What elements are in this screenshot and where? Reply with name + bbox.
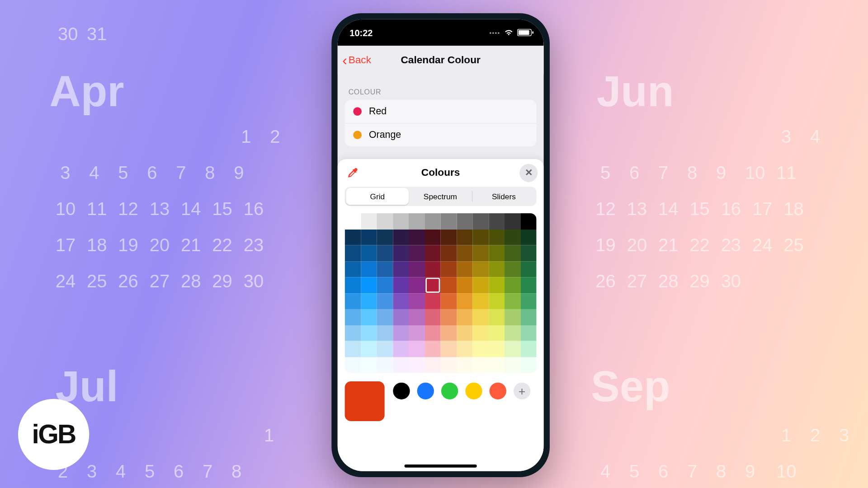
grid-cell[interactable] [472,357,488,373]
grid-cell[interactable] [505,213,520,229]
grid-cell[interactable] [393,341,409,357]
grid-cell[interactable] [393,309,409,325]
grid-cell[interactable] [361,357,377,373]
grid-cell[interactable] [441,341,457,357]
grid-cell[interactable] [361,293,377,309]
grid-cell[interactable] [441,293,457,309]
grid-cell[interactable] [520,341,536,357]
grid-cell[interactable] [520,277,536,293]
grid-cell[interactable] [520,325,536,341]
preset-chip[interactable] [490,383,506,399]
grid-cell[interactable] [425,341,440,357]
grid-cell[interactable] [425,325,440,341]
grid-cell[interactable] [505,245,520,261]
grid-cell[interactable] [505,309,520,325]
grid-cell[interactable] [441,245,457,261]
grid-cell[interactable] [425,213,440,229]
grid-cell[interactable] [409,261,425,277]
grid-cell[interactable] [361,229,377,245]
grid-cell[interactable] [505,325,520,341]
grid-cell[interactable] [377,213,392,229]
grid-cell[interactable] [472,325,488,341]
preset-chip[interactable] [417,383,434,399]
grid-cell[interactable] [409,309,425,325]
grid-cell[interactable] [345,213,361,229]
grid-cell[interactable] [409,341,425,357]
grid-cell[interactable] [505,293,520,309]
grid-cell[interactable] [472,229,488,245]
grid-cell[interactable] [457,309,472,325]
grid-cell[interactable] [409,325,425,341]
grid-cell[interactable] [472,213,488,229]
grid-cell[interactable] [472,277,488,293]
grid-cell[interactable] [441,213,457,229]
grid-cell[interactable] [505,261,520,277]
grid-cell[interactable] [457,245,472,261]
grid-cell[interactable] [393,229,409,245]
grid-cell[interactable] [520,309,536,325]
grid-cell[interactable] [520,357,536,373]
grid-cell[interactable] [425,309,440,325]
grid-cell[interactable] [361,261,377,277]
grid-cell[interactable] [489,261,505,277]
grid-cell[interactable] [361,277,377,293]
back-button[interactable]: ‹ Back [338,53,371,67]
preset-chip[interactable] [441,383,458,399]
grid-cell[interactable] [409,245,425,261]
grid-cell[interactable] [393,325,409,341]
grid-cell[interactable] [441,357,457,373]
grid-cell[interactable] [505,229,520,245]
grid-cell[interactable] [472,341,488,357]
grid-cell[interactable] [505,357,520,373]
grid-cell[interactable] [489,325,505,341]
grid-cell[interactable] [393,293,409,309]
grid-cell[interactable] [457,325,472,341]
preset-chip[interactable] [465,383,482,399]
grid-cell[interactable] [472,309,488,325]
grid-cell[interactable] [345,229,361,245]
grid-cell[interactable] [345,325,361,341]
grid-cell[interactable] [520,261,536,277]
grid-cell[interactable] [457,213,472,229]
tab-sliders[interactable]: Sliders [472,188,535,205]
grid-cell[interactable] [489,229,505,245]
grid-cell[interactable] [393,277,409,293]
grid-cell[interactable] [393,213,409,229]
grid-cell[interactable] [361,245,377,261]
grid-cell[interactable] [345,341,361,357]
grid-cell[interactable] [345,293,361,309]
grid-cell[interactable] [457,261,472,277]
eyedropper-button[interactable] [345,165,361,181]
grid-cell[interactable] [345,277,361,293]
grid-cell[interactable] [361,309,377,325]
grid-cell[interactable] [377,309,392,325]
grid-cell[interactable] [425,293,440,309]
grid-cell[interactable] [377,245,392,261]
grid-cell[interactable] [361,213,377,229]
grid-cell[interactable] [377,341,392,357]
grid-cell[interactable] [505,277,520,293]
grid-cell[interactable] [377,261,392,277]
grid-cell[interactable] [457,341,472,357]
grid-cell[interactable] [409,293,425,309]
grid-cell[interactable] [457,293,472,309]
grid-cell[interactable] [425,229,440,245]
grid-cell[interactable] [409,277,425,293]
grid-cell[interactable] [441,309,457,325]
grid-cell[interactable] [489,341,505,357]
grid-cell[interactable] [425,357,440,373]
grid-cell[interactable] [441,325,457,341]
grid-cell[interactable] [457,277,472,293]
grid-cell[interactable] [425,261,440,277]
grid-cell[interactable] [393,261,409,277]
grid-cell[interactable] [393,357,409,373]
grid-cell[interactable] [472,245,488,261]
grid-cell[interactable] [441,261,457,277]
grid-cell[interactable] [425,245,440,261]
grid-cell[interactable] [489,293,505,309]
grid-cell[interactable] [377,357,392,373]
colour-row[interactable]: Orange [345,123,537,146]
grid-cell[interactable] [409,213,425,229]
grid-cell[interactable] [377,229,392,245]
add-preset-button[interactable]: + [514,383,530,399]
